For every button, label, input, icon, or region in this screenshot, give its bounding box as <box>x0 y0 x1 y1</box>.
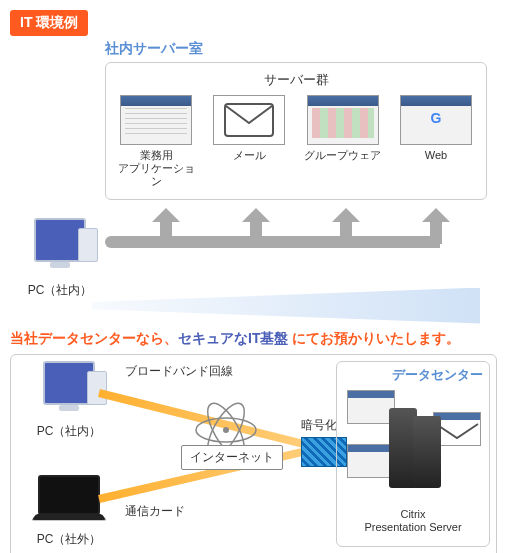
pc-internal-2: PC（社内） <box>29 361 109 440</box>
server-group-title: サーバー群 <box>116 71 476 89</box>
server-item-mail: メール <box>209 95 289 189</box>
internet-label: インターネット <box>181 445 283 470</box>
laptop-icon <box>38 475 100 515</box>
server-item-label: メール <box>209 149 289 162</box>
datacenter-diagram: PC（社内） PC（社外） ブロードバンド回線 通信カード インターネット 暗号… <box>10 354 497 553</box>
server-item-web: Web <box>396 95 476 189</box>
server-item-label: 業務用 アプリケーション <box>116 149 196 189</box>
server-room-box: サーバー群 業務用 アプリケーション メール グループウェア Web <box>105 62 487 200</box>
server-room-title: 社内サーバー室 <box>105 40 497 58</box>
groupware-thumbnail-icon <box>307 95 379 145</box>
carrier-label: 通信カード <box>125 503 185 520</box>
svg-rect-0 <box>225 104 273 136</box>
app-thumbnail-icon <box>120 95 192 145</box>
headline-highlight: セキュアなIT基盤 <box>178 330 288 346</box>
encryption-label: 暗号化 <box>301 417 337 434</box>
server-item-label: Web <box>396 149 476 162</box>
broadband-label: ブロードバンド回線 <box>125 363 233 380</box>
pc-internal-row: PC（社内） <box>10 218 497 288</box>
pc-internal: PC（社内） <box>20 218 100 299</box>
svg-point-4 <box>223 427 229 433</box>
pc-label: PC（社外） <box>29 531 109 548</box>
headline-part2: にてお預かりいたします。 <box>288 330 460 346</box>
server-item-groupware: グループウェア <box>303 95 383 189</box>
pc-label: PC（社内） <box>29 423 109 440</box>
web-thumbnail-icon <box>400 95 472 145</box>
server-tower-icon <box>413 416 441 488</box>
headline-part1: 当社データセンターなら、 <box>10 330 178 346</box>
dc-server-label: Citrix Presentation Server <box>343 508 483 534</box>
tower-icon <box>87 371 107 405</box>
beam-graphic <box>80 288 480 324</box>
server-item-app: 業務用 アプリケーション <box>116 95 196 189</box>
pc-label: PC（社内） <box>20 282 100 299</box>
pc-external: PC（社外） <box>29 475 109 548</box>
mail-icon <box>213 95 285 145</box>
headline: 当社データセンターなら、セキュアなIT基盤 にてお預かりいたします。 <box>10 330 497 348</box>
server-item-label: グループウェア <box>303 149 383 162</box>
tower-icon <box>78 228 98 262</box>
mini-thumb-icon <box>347 444 395 478</box>
datacenter-title: データセンター <box>343 366 483 384</box>
server-row: 業務用 アプリケーション メール グループウェア Web <box>116 95 476 189</box>
datacenter-box: データセンター Citrix Presentation Server <box>336 361 490 547</box>
it-env-badge: IT 環境例 <box>10 10 88 36</box>
mini-thumb-icon <box>347 390 395 424</box>
